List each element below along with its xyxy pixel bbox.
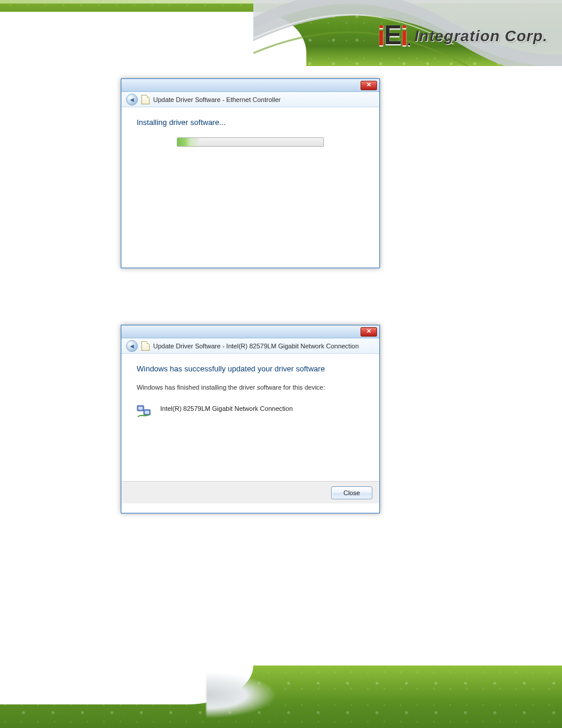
device-name: Intel(R) 82579LM Gigabit Network Connect… <box>160 405 293 412</box>
device-row: Intel(R) 82579LM Gigabit Network Connect… <box>137 405 364 418</box>
back-icon[interactable]: ◄ <box>126 340 138 352</box>
update-driver-dialog-installing: ✕ ◄ Update Driver Software - Ethernet Co… <box>121 78 380 268</box>
update-driver-dialog-success: ✕ ◄ Update Driver Software - Intel(R) 82… <box>121 325 380 513</box>
close-icon[interactable]: ✕ <box>361 327 377 337</box>
dialog-button-bar: Close <box>121 481 379 503</box>
logo-mark: iEi. <box>378 20 410 52</box>
network-adapter-icon <box>137 405 152 418</box>
company-name: Integration Corp. <box>415 27 548 45</box>
svg-rect-1 <box>138 407 143 410</box>
back-icon[interactable]: ◄ <box>126 94 138 106</box>
status-text: Installing driver software... <box>137 118 364 127</box>
dialog-header: ◄ Update Driver Software - Ethernet Cont… <box>121 92 379 107</box>
progress-bar <box>177 137 324 147</box>
status-subtext: Windows has finished installing the driv… <box>137 384 364 391</box>
svg-rect-3 <box>145 411 149 414</box>
titlebar: ✕ <box>121 79 379 92</box>
document-icon <box>141 95 150 104</box>
page-header: iEi. Integration Corp. <box>0 0 562 66</box>
brand-logo: iEi. Integration Corp. <box>378 21 548 51</box>
document-icon <box>141 341 150 351</box>
dialog-body: Windows has successfully updated your dr… <box>121 354 379 481</box>
page-footer <box>0 666 562 728</box>
footer-white-curve <box>0 666 253 704</box>
dialog-header: ◄ Update Driver Software - Intel(R) 8257… <box>121 338 379 354</box>
dialog-body: Installing driver software... <box>121 107 379 256</box>
progress-fill <box>177 138 199 146</box>
dialog-title: Update Driver Software - Ethernet Contro… <box>153 96 280 103</box>
status-text: Windows has successfully updated your dr… <box>137 364 364 373</box>
close-button[interactable]: Close <box>331 486 372 499</box>
close-icon[interactable]: ✕ <box>361 81 377 90</box>
dialog-title: Update Driver Software - Intel(R) 82579L… <box>153 342 359 350</box>
titlebar: ✕ <box>121 325 379 338</box>
